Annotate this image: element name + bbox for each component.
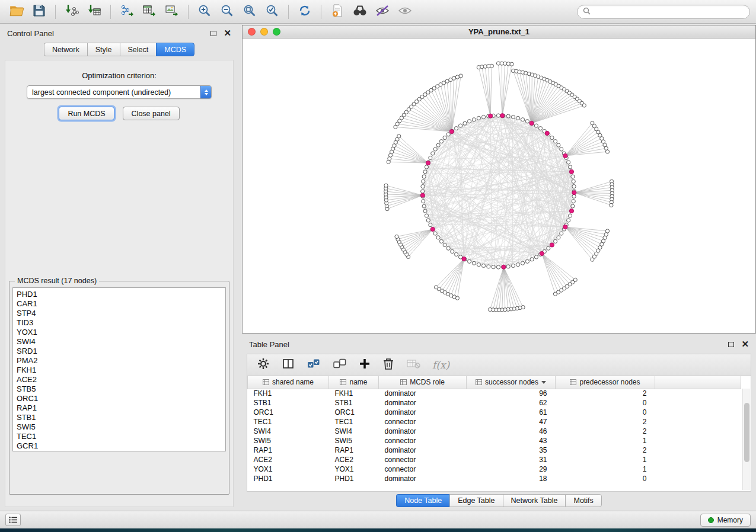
zoom-in-button[interactable] bbox=[194, 3, 215, 21]
import-table-button[interactable] bbox=[84, 3, 105, 21]
float-panel-icon[interactable] bbox=[210, 31, 216, 36]
table-cell: connector bbox=[379, 417, 467, 427]
mcds-result-item[interactable]: ORC1 bbox=[13, 394, 225, 403]
column-settings-button[interactable] bbox=[257, 357, 270, 373]
mcds-result-item[interactable]: STP4 bbox=[13, 309, 225, 318]
hide-button[interactable] bbox=[372, 3, 393, 21]
columns-icon bbox=[282, 357, 295, 373]
table-row[interactable]: ORC1ORC1dominator610 bbox=[248, 408, 741, 417]
mcds-result-item[interactable]: YOX1 bbox=[13, 328, 225, 337]
column-header-shared-name[interactable]: shared name bbox=[248, 376, 329, 389]
show-columns-button[interactable] bbox=[282, 357, 295, 373]
memory-status-icon bbox=[708, 517, 714, 523]
table-cell: FKH1 bbox=[329, 389, 379, 398]
table-row[interactable]: RAP1RAP1dominator352 bbox=[248, 446, 741, 455]
column-header-predecessor-nodes[interactable]: predecessor nodes bbox=[556, 376, 655, 389]
table-cell: SWI4 bbox=[329, 427, 379, 436]
tab-motifs[interactable]: Motifs bbox=[565, 494, 601, 507]
mcds-result-item[interactable]: PHD1 bbox=[13, 290, 225, 299]
export-table-button[interactable] bbox=[139, 3, 160, 21]
tab-network-table[interactable]: Network Table bbox=[503, 494, 566, 507]
mcds-result-item[interactable]: PMA2 bbox=[13, 356, 225, 366]
select-all-button[interactable] bbox=[307, 357, 321, 373]
mcds-result-item[interactable]: SWI5 bbox=[13, 422, 225, 432]
tab-mcds[interactable]: MCDS bbox=[156, 43, 194, 56]
save-icon bbox=[33, 4, 46, 20]
add-row-button[interactable] bbox=[359, 358, 371, 372]
mcds-result-item[interactable]: RAP1 bbox=[13, 403, 225, 413]
zoom-fit-button[interactable] bbox=[239, 3, 260, 21]
mcds-result-list[interactable]: PHD1CAR1STP4TID3YOX1SWI4SRD1PMA2FKH1ACE2… bbox=[12, 287, 226, 451]
table-cell: 29 bbox=[467, 464, 556, 474]
desktop-wallpaper bbox=[0, 528, 756, 532]
window-close-icon[interactable] bbox=[248, 28, 256, 36]
share-document-button[interactable] bbox=[327, 3, 348, 21]
column-header-mcds-role[interactable]: MCDS role bbox=[379, 376, 467, 389]
table-cell: 61 bbox=[467, 408, 556, 417]
optimization-criterion-select[interactable]: largest connected component (undirected) bbox=[27, 85, 212, 99]
mcds-result-item[interactable]: TEC1 bbox=[13, 432, 225, 441]
network-canvas[interactable] bbox=[243, 39, 755, 333]
find-button[interactable] bbox=[349, 3, 371, 21]
tab-node-table[interactable]: Node Table bbox=[396, 494, 449, 507]
table-row[interactable]: FKH1FKH1dominator962 bbox=[248, 389, 741, 398]
gear-icon bbox=[257, 357, 270, 373]
mcds-result-item[interactable]: GCR1 bbox=[13, 441, 225, 451]
table-cell: ACE2 bbox=[329, 455, 379, 464]
run-mcds-button[interactable]: Run MCDS bbox=[59, 107, 114, 120]
delete-row-button[interactable] bbox=[382, 357, 394, 373]
mcds-result-item[interactable]: CAR1 bbox=[13, 299, 225, 309]
table-row[interactable]: TEC1TEC1connector472 bbox=[248, 417, 741, 427]
mcds-result-item[interactable]: SWI4 bbox=[13, 337, 225, 347]
show-button[interactable] bbox=[394, 3, 416, 21]
search-field[interactable] bbox=[577, 5, 750, 19]
tab-network[interactable]: Network bbox=[44, 43, 87, 56]
window-minimize-icon[interactable] bbox=[260, 28, 268, 36]
table-row[interactable]: PHD1PHD1dominator180 bbox=[248, 474, 741, 483]
table-row[interactable]: SWI5SWI5connector431 bbox=[248, 436, 741, 446]
close-panel-icon[interactable]: ✕ bbox=[741, 341, 749, 347]
table-cell: 1 bbox=[556, 464, 655, 474]
function-builder-button[interactable]: f(x) bbox=[432, 359, 449, 371]
memory-button[interactable]: Memory bbox=[700, 514, 751, 527]
mcds-result-item[interactable]: STB1 bbox=[13, 413, 225, 422]
table-row[interactable]: ACE2ACE2connector311 bbox=[248, 455, 741, 464]
column-header-name[interactable]: name bbox=[329, 376, 379, 389]
tab-style[interactable]: Style bbox=[87, 43, 120, 56]
table-cell: 18 bbox=[467, 474, 556, 483]
column-header-successor-nodes[interactable]: successor nodes bbox=[467, 376, 556, 389]
save-button[interactable] bbox=[28, 3, 50, 21]
delete-column-button[interactable] bbox=[406, 358, 420, 372]
network-window-titlebar[interactable]: YPA_prune.txt_1 bbox=[243, 25, 755, 39]
table-cell: dominator bbox=[379, 474, 467, 483]
search-input[interactable] bbox=[594, 8, 744, 16]
close-panel-icon[interactable]: ✕ bbox=[224, 30, 231, 36]
float-panel-icon[interactable] bbox=[728, 342, 734, 347]
close-panel-button[interactable]: Close panel bbox=[123, 107, 180, 120]
export-image-button[interactable] bbox=[161, 3, 183, 21]
table-scrollbar-thumb[interactable] bbox=[744, 403, 749, 462]
table-cell: 2 bbox=[556, 389, 655, 398]
mcds-result-item[interactable]: FKH1 bbox=[13, 366, 225, 375]
mcds-result-item[interactable]: TID3 bbox=[13, 318, 225, 328]
tab-select[interactable]: Select bbox=[120, 43, 157, 56]
deselect-all-button[interactable] bbox=[333, 357, 347, 373]
table-scrollbar[interactable] bbox=[742, 389, 750, 490]
table-row[interactable]: STB1STB1dominator620 bbox=[248, 398, 741, 408]
refresh-button[interactable] bbox=[294, 3, 315, 21]
table-row[interactable]: SWI4SWI4dominator462 bbox=[248, 427, 741, 436]
mcds-result-item[interactable]: SRD1 bbox=[13, 347, 225, 356]
window-maximize-icon[interactable] bbox=[273, 28, 280, 36]
tab-edge-table[interactable]: Edge Table bbox=[449, 494, 502, 507]
open-folder-button[interactable] bbox=[6, 3, 27, 21]
zoom-out-button[interactable] bbox=[216, 3, 238, 21]
table-row[interactable]: YOX1YOX1connector291 bbox=[248, 464, 741, 474]
export-network-button[interactable] bbox=[116, 3, 138, 21]
show-panels-button[interactable] bbox=[5, 514, 21, 526]
attribute-icon bbox=[400, 379, 407, 385]
zoom-selected-button[interactable] bbox=[261, 3, 283, 21]
table-cell: ACE2 bbox=[248, 455, 329, 464]
import-network-button[interactable] bbox=[61, 3, 82, 21]
mcds-result-item[interactable]: ACE2 bbox=[13, 375, 225, 384]
mcds-result-item[interactable]: STB5 bbox=[13, 384, 225, 394]
